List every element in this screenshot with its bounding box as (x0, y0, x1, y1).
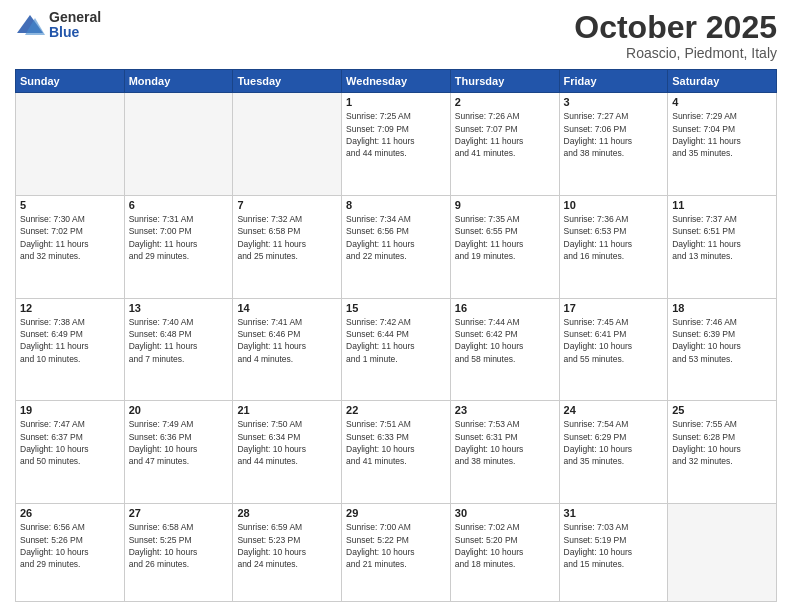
day-info: Sunrise: 7:40 AM Sunset: 6:48 PM Dayligh… (129, 316, 229, 365)
calendar-cell: 14Sunrise: 7:41 AM Sunset: 6:46 PM Dayli… (233, 298, 342, 401)
day-info: Sunrise: 7:49 AM Sunset: 6:36 PM Dayligh… (129, 418, 229, 467)
day-number: 28 (237, 507, 337, 519)
calendar-cell: 11Sunrise: 7:37 AM Sunset: 6:51 PM Dayli… (668, 195, 777, 298)
day-info: Sunrise: 6:59 AM Sunset: 5:23 PM Dayligh… (237, 521, 337, 570)
logo-general: General (49, 10, 101, 25)
calendar-cell: 20Sunrise: 7:49 AM Sunset: 6:36 PM Dayli… (124, 401, 233, 504)
header-saturday: Saturday (668, 70, 777, 93)
day-number: 15 (346, 302, 446, 314)
calendar-week-3: 12Sunrise: 7:38 AM Sunset: 6:49 PM Dayli… (16, 298, 777, 401)
day-number: 25 (672, 404, 772, 416)
calendar-cell (16, 93, 125, 196)
day-number: 24 (564, 404, 664, 416)
calendar-cell: 10Sunrise: 7:36 AM Sunset: 6:53 PM Dayli… (559, 195, 668, 298)
calendar-cell: 17Sunrise: 7:45 AM Sunset: 6:41 PM Dayli… (559, 298, 668, 401)
day-number: 16 (455, 302, 555, 314)
day-info: Sunrise: 7:47 AM Sunset: 6:37 PM Dayligh… (20, 418, 120, 467)
calendar-cell: 22Sunrise: 7:51 AM Sunset: 6:33 PM Dayli… (342, 401, 451, 504)
day-number: 26 (20, 507, 120, 519)
day-number: 22 (346, 404, 446, 416)
day-number: 19 (20, 404, 120, 416)
calendar-cell: 9Sunrise: 7:35 AM Sunset: 6:55 PM Daylig… (450, 195, 559, 298)
day-number: 20 (129, 404, 229, 416)
calendar-cell: 1Sunrise: 7:25 AM Sunset: 7:09 PM Daylig… (342, 93, 451, 196)
day-number: 4 (672, 96, 772, 108)
logo: General Blue (15, 10, 101, 41)
day-info: Sunrise: 7:02 AM Sunset: 5:20 PM Dayligh… (455, 521, 555, 570)
day-info: Sunrise: 7:26 AM Sunset: 7:07 PM Dayligh… (455, 110, 555, 159)
header-sunday: Sunday (16, 70, 125, 93)
calendar-cell: 25Sunrise: 7:55 AM Sunset: 6:28 PM Dayli… (668, 401, 777, 504)
day-info: Sunrise: 6:56 AM Sunset: 5:26 PM Dayligh… (20, 521, 120, 570)
day-info: Sunrise: 7:37 AM Sunset: 6:51 PM Dayligh… (672, 213, 772, 262)
calendar-cell: 18Sunrise: 7:46 AM Sunset: 6:39 PM Dayli… (668, 298, 777, 401)
day-info: Sunrise: 7:27 AM Sunset: 7:06 PM Dayligh… (564, 110, 664, 159)
calendar-cell: 5Sunrise: 7:30 AM Sunset: 7:02 PM Daylig… (16, 195, 125, 298)
day-info: Sunrise: 7:32 AM Sunset: 6:58 PM Dayligh… (237, 213, 337, 262)
day-number: 29 (346, 507, 446, 519)
month-title: October 2025 (574, 10, 777, 45)
calendar-week-5: 26Sunrise: 6:56 AM Sunset: 5:26 PM Dayli… (16, 504, 777, 602)
calendar-week-4: 19Sunrise: 7:47 AM Sunset: 6:37 PM Dayli… (16, 401, 777, 504)
calendar-cell: 16Sunrise: 7:44 AM Sunset: 6:42 PM Dayli… (450, 298, 559, 401)
day-number: 2 (455, 96, 555, 108)
day-info: Sunrise: 7:42 AM Sunset: 6:44 PM Dayligh… (346, 316, 446, 365)
calendar-cell: 19Sunrise: 7:47 AM Sunset: 6:37 PM Dayli… (16, 401, 125, 504)
header-tuesday: Tuesday (233, 70, 342, 93)
day-info: Sunrise: 7:34 AM Sunset: 6:56 PM Dayligh… (346, 213, 446, 262)
day-number: 13 (129, 302, 229, 314)
day-number: 12 (20, 302, 120, 314)
day-info: Sunrise: 7:31 AM Sunset: 7:00 PM Dayligh… (129, 213, 229, 262)
day-info: Sunrise: 7:50 AM Sunset: 6:34 PM Dayligh… (237, 418, 337, 467)
calendar-cell: 26Sunrise: 6:56 AM Sunset: 5:26 PM Dayli… (16, 504, 125, 602)
day-info: Sunrise: 7:54 AM Sunset: 6:29 PM Dayligh… (564, 418, 664, 467)
logo-text: General Blue (49, 10, 101, 41)
day-info: Sunrise: 6:58 AM Sunset: 5:25 PM Dayligh… (129, 521, 229, 570)
day-number: 10 (564, 199, 664, 211)
weekday-header-row: Sunday Monday Tuesday Wednesday Thursday… (16, 70, 777, 93)
day-info: Sunrise: 7:46 AM Sunset: 6:39 PM Dayligh… (672, 316, 772, 365)
day-number: 8 (346, 199, 446, 211)
calendar-cell: 13Sunrise: 7:40 AM Sunset: 6:48 PM Dayli… (124, 298, 233, 401)
title-block: October 2025 Roascio, Piedmont, Italy (574, 10, 777, 61)
calendar-cell: 15Sunrise: 7:42 AM Sunset: 6:44 PM Dayli… (342, 298, 451, 401)
calendar-table: Sunday Monday Tuesday Wednesday Thursday… (15, 69, 777, 602)
calendar-cell: 8Sunrise: 7:34 AM Sunset: 6:56 PM Daylig… (342, 195, 451, 298)
page-container: General Blue October 2025 Roascio, Piedm… (0, 0, 792, 612)
day-info: Sunrise: 7:00 AM Sunset: 5:22 PM Dayligh… (346, 521, 446, 570)
calendar-cell (124, 93, 233, 196)
calendar-cell: 28Sunrise: 6:59 AM Sunset: 5:23 PM Dayli… (233, 504, 342, 602)
day-number: 9 (455, 199, 555, 211)
calendar-cell: 30Sunrise: 7:02 AM Sunset: 5:20 PM Dayli… (450, 504, 559, 602)
calendar-cell: 21Sunrise: 7:50 AM Sunset: 6:34 PM Dayli… (233, 401, 342, 504)
calendar-week-2: 5Sunrise: 7:30 AM Sunset: 7:02 PM Daylig… (16, 195, 777, 298)
day-info: Sunrise: 7:35 AM Sunset: 6:55 PM Dayligh… (455, 213, 555, 262)
calendar-cell: 6Sunrise: 7:31 AM Sunset: 7:00 PM Daylig… (124, 195, 233, 298)
calendar-cell: 31Sunrise: 7:03 AM Sunset: 5:19 PM Dayli… (559, 504, 668, 602)
day-info: Sunrise: 7:30 AM Sunset: 7:02 PM Dayligh… (20, 213, 120, 262)
day-number: 30 (455, 507, 555, 519)
calendar-cell (233, 93, 342, 196)
logo-icon (15, 13, 45, 38)
header-thursday: Thursday (450, 70, 559, 93)
day-info: Sunrise: 7:25 AM Sunset: 7:09 PM Dayligh… (346, 110, 446, 159)
day-number: 31 (564, 507, 664, 519)
day-number: 7 (237, 199, 337, 211)
day-number: 5 (20, 199, 120, 211)
logo-blue: Blue (49, 25, 101, 40)
calendar-cell: 12Sunrise: 7:38 AM Sunset: 6:49 PM Dayli… (16, 298, 125, 401)
day-info: Sunrise: 7:44 AM Sunset: 6:42 PM Dayligh… (455, 316, 555, 365)
day-number: 18 (672, 302, 772, 314)
day-number: 23 (455, 404, 555, 416)
day-info: Sunrise: 7:38 AM Sunset: 6:49 PM Dayligh… (20, 316, 120, 365)
calendar-cell: 2Sunrise: 7:26 AM Sunset: 7:07 PM Daylig… (450, 93, 559, 196)
header-monday: Monday (124, 70, 233, 93)
day-number: 17 (564, 302, 664, 314)
location: Roascio, Piedmont, Italy (574, 45, 777, 61)
calendar-cell: 27Sunrise: 6:58 AM Sunset: 5:25 PM Dayli… (124, 504, 233, 602)
day-info: Sunrise: 7:51 AM Sunset: 6:33 PM Dayligh… (346, 418, 446, 467)
day-info: Sunrise: 7:45 AM Sunset: 6:41 PM Dayligh… (564, 316, 664, 365)
day-number: 11 (672, 199, 772, 211)
calendar-week-1: 1Sunrise: 7:25 AM Sunset: 7:09 PM Daylig… (16, 93, 777, 196)
day-info: Sunrise: 7:53 AM Sunset: 6:31 PM Dayligh… (455, 418, 555, 467)
